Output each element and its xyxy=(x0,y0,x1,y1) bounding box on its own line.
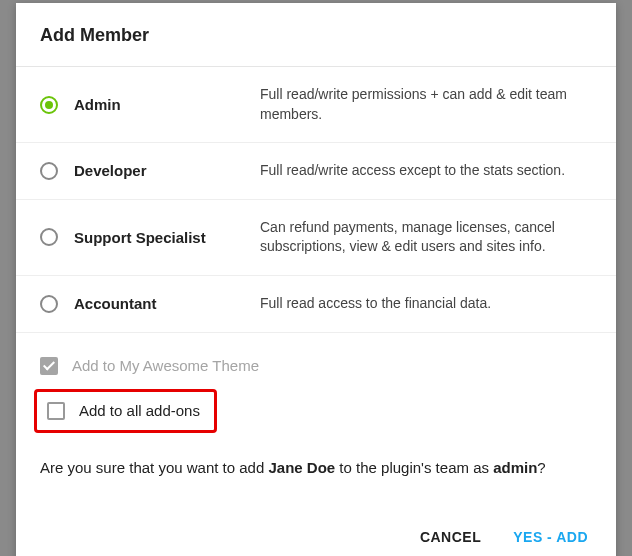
role-desc: Can refund payments, manage licenses, ca… xyxy=(260,218,592,257)
checkbox-label: Add to My Awesome Theme xyxy=(72,357,259,374)
confirm-name: Jane Doe xyxy=(268,459,335,476)
confirm-prefix: Are you sure that you want to add xyxy=(40,459,268,476)
role-name: Developer xyxy=(74,162,244,179)
radio-icon xyxy=(40,228,58,246)
role-name: Support Specialist xyxy=(74,229,244,246)
confirm-text: Are you sure that you want to add Jane D… xyxy=(16,437,616,490)
modal-title: Add Member xyxy=(40,25,592,46)
checkbox-icon xyxy=(40,357,58,375)
radio-icon xyxy=(40,162,58,180)
highlight-box: Add to all add-ons xyxy=(34,389,217,433)
role-desc: Full read access to the financial data. xyxy=(260,294,592,314)
role-option-accountant[interactable]: Accountant Full read access to the finan… xyxy=(16,276,616,333)
role-option-support[interactable]: Support Specialist Can refund payments, … xyxy=(16,200,616,276)
role-name: Accountant xyxy=(74,295,244,312)
role-name: Admin xyxy=(74,96,244,113)
checkbox-label: Add to all add-ons xyxy=(79,402,200,419)
add-member-modal: Add Member Admin Full read/write permiss… xyxy=(16,3,616,556)
checkbox-add-theme: Add to My Awesome Theme xyxy=(40,351,592,381)
role-desc: Full read/write access except to the sta… xyxy=(260,161,592,181)
confirm-mid: to the plugin's team as xyxy=(335,459,493,476)
confirm-suffix: ? xyxy=(537,459,545,476)
modal-footer: CANCEL YES - ADD xyxy=(16,489,616,556)
cancel-button[interactable]: CANCEL xyxy=(420,529,481,545)
role-option-admin[interactable]: Admin Full read/write permissions + can … xyxy=(16,67,616,143)
role-option-developer[interactable]: Developer Full read/write access except … xyxy=(16,143,616,200)
checkbox-section: Add to My Awesome Theme Add to all add-o… xyxy=(16,333,616,437)
confirm-button[interactable]: YES - ADD xyxy=(513,529,588,545)
checkbox-icon[interactable] xyxy=(47,402,65,420)
radio-icon xyxy=(40,295,58,313)
role-list: Admin Full read/write permissions + can … xyxy=(16,67,616,333)
modal-header: Add Member xyxy=(16,3,616,67)
role-desc: Full read/write permissions + can add & … xyxy=(260,85,592,124)
confirm-role: admin xyxy=(493,459,537,476)
radio-icon xyxy=(40,96,58,114)
